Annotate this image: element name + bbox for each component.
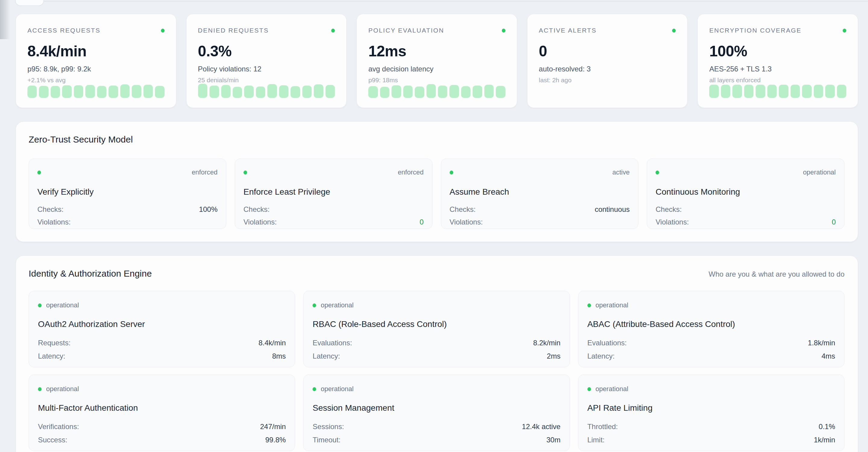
metric-label: Verifications: [38,422,79,431]
metric-row: Sessions: 12.4k active [313,422,560,431]
metric-label: Violations: [244,218,277,226]
id-card-api-rate-limiting: operational API Rate Limiting Throttled:… [578,375,844,451]
sparkline [709,84,846,98]
metric-label: Checks: [450,205,476,214]
stat-sub: AES-256 + TLS 1.3 [709,65,846,73]
status-dot-icon [313,303,316,308]
card-title: ABAC (Attribute-Based Access Control) [587,319,835,329]
card-title: OAuth2 Authorization Server [38,319,286,329]
sparkline [539,84,676,98]
metric-row: Violations: [37,218,218,226]
top-divider [43,1,868,1]
stat-card-active-alerts: ACTIVE ALERTS 0 auto-resolved: 3 last: 2… [527,14,688,108]
metric-row: Checks: 100% [37,205,218,214]
status-dot-icon [331,29,335,33]
stat-label: ACTIVE ALERTS [539,27,597,34]
spark-bar [438,86,447,98]
zt-card-continuous-monitoring: operational Continuous Monitoring Checks… [647,159,844,229]
spark-bar [290,86,300,98]
metric-value: 8.4k/min [258,339,286,347]
status-dot-icon [843,29,846,33]
metric-value: 8ms [272,352,286,360]
spark-bar [210,86,219,98]
spark-bar [779,85,788,98]
id-card-session-management: operational Session Management Sessions:… [303,375,569,451]
metric-value: 0 [420,218,424,226]
metric-label: Limit: [587,436,604,444]
stat-card-encryption-coverage: ENCRYPTION COVERAGE 100% AES-256 + TLS 1… [698,14,858,108]
zero-trust-section: Zero-Trust Security Model enforced Verif… [16,122,858,242]
zt-card-assume-breach: active Assume Breach Checks: continuous … [441,159,639,229]
stat-sub: Policy violations: 12 [198,65,335,73]
section-title: Identity & Authorization Engine [29,268,152,279]
metric-row: Latency: 2ms [313,352,560,360]
spark-bar [279,85,288,98]
metric-value: 1.8k/min [808,339,835,347]
stat-card-denied-requests: DENIED REQUESTS 0.3% Policy violations: … [186,14,347,108]
metric-label: Evaluations: [313,339,352,347]
status-badge: operational [595,385,628,393]
status-dot-icon [502,29,505,33]
metric-value: 1k/min [814,436,835,444]
spark-bar [403,86,412,98]
identity-grid: operational OAuth2 Authorization Server … [29,291,844,451]
metric-value: 2ms [547,352,560,360]
spark-bar [814,85,823,98]
spark-bar [27,86,37,98]
status-dot-icon [655,170,659,174]
spark-bar [427,84,436,98]
card-title: Session Management [313,403,560,413]
metric-label: Violations: [450,218,483,226]
card-title: RBAC (Role-Based Access Control) [313,319,560,329]
stat-note: 25 denials/min [198,76,335,84]
metric-label: Sessions: [313,422,344,431]
stat-value: 0.3% [198,42,335,60]
status-dot-icon [313,387,316,391]
scrolled-tab-pill[interactable] [15,0,44,6]
spark-bar [244,86,253,98]
metric-label: Latency: [587,352,615,360]
stat-note: all layers enforced [709,76,846,84]
spark-bar [484,85,494,98]
spark-bar [326,85,335,98]
section-subtitle: Who are you & what are you allowed to do [709,270,844,279]
status-dot-icon [38,303,41,308]
metric-label: Violations: [655,218,689,226]
metric-row: Success: 99.8% [38,436,286,444]
metric-label: Checks: [655,205,682,214]
stat-value: 100% [709,42,846,60]
metric-label: Checks: [37,205,64,214]
metric-value: 247/min [260,422,286,431]
metric-row: Timeout: 30m [313,436,560,444]
status-dot-icon [672,29,676,33]
spark-bar [233,87,242,98]
spark-bar [472,86,482,98]
spark-bar [198,84,207,98]
metric-row: Checks: continuous [450,205,630,214]
status-dot-icon [244,170,247,174]
stat-value: 12ms [368,42,505,60]
spark-bar [744,85,753,98]
spark-bar [39,86,48,98]
zero-trust-grid: enforced Verify Explicitly Checks: 100% … [29,159,844,229]
metric-value: 4ms [822,352,835,360]
id-card-rbac: operational RBAC (Role-Based Access Cont… [303,291,569,367]
card-title: API Rate Limiting [587,403,835,413]
metric-row: Checks: [655,205,836,214]
status-dot-icon [161,29,164,33]
spark-bar [415,87,424,98]
card-title: Assume Breach [450,187,630,197]
metric-row: Throttled: 0.1% [587,422,835,431]
metric-row: Violations: 0 [655,218,836,226]
spark-bar [108,86,118,98]
spark-bar [221,85,230,98]
id-card-abac: operational ABAC (Attribute-Based Access… [578,291,844,367]
metric-label: Throttled: [587,422,618,431]
spark-bar [837,85,846,98]
stat-sub: avg decision latency [368,65,505,73]
spark-bar [97,86,106,98]
status-dot-icon [450,170,453,174]
status-badge: operational [803,168,836,176]
spark-bar [120,85,130,98]
stat-card-access-requests: ACCESS REQUESTS 8.4k/min p95: 8.9k, p99:… [16,14,176,108]
